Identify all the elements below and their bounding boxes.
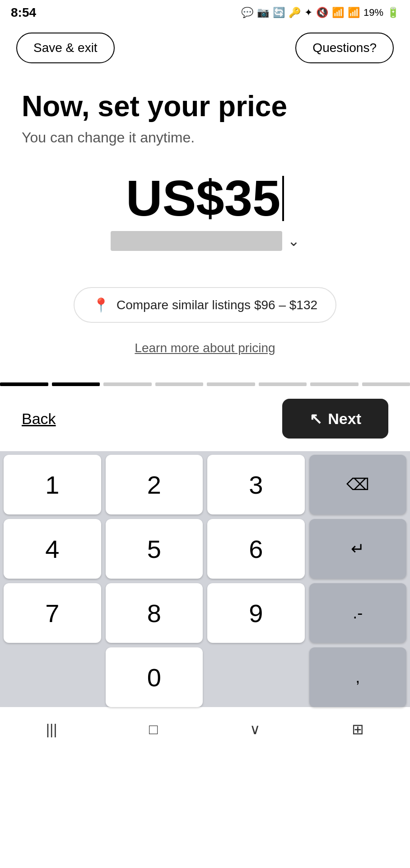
progress-segment-4 [207,382,255,386]
progress-bar [0,382,410,386]
key-4-1-0[interactable]: 4 [4,519,101,579]
text-cursor [282,176,284,221]
currency-selector[interactable]: ⌄ [111,231,300,251]
key-1-0-0[interactable]: 1 [4,455,101,514]
progress-segment-0 [0,382,48,386]
top-navigation: Save & exit Questions? [0,24,410,72]
progress-segment-6 [310,382,359,386]
key-icon: 🔑 [289,7,301,19]
status-bar: 8:54 💬 📷 🔄 🔑 ✦ 🔇 📶 📶 19% 🔋 [0,0,410,24]
progress-segment-2 [103,382,152,386]
system-nav-lines[interactable]: ||| [46,721,57,738]
main-content: Now, set your price You can change it an… [0,72,410,382]
progress-section [0,382,410,386]
video-icon: 📷 [257,7,269,19]
pin-icon: 📍 [93,297,109,313]
compare-listings-button[interactable]: 📍 Compare similar listings $96 – $132 [74,287,336,323]
page-subtitle: You can change it anytime. [22,129,388,146]
key-3-0-2[interactable]: 3 [207,455,305,514]
status-icons: 💬 📷 🔄 🔑 ✦ 🔇 📶 📶 19% 🔋 [241,7,399,19]
key-↵-1-3[interactable]: ↵ [309,519,407,579]
back-button[interactable]: Back [22,410,56,428]
keyboard-row-3: 0, [2,647,408,707]
signal-icon: 📶 [348,7,360,19]
key-5-1-1[interactable]: 5 [106,519,203,579]
bottom-nav-bar: Back ↖ Next [0,386,410,451]
system-nav-back[interactable]: ∨ [250,721,260,738]
key-0-3-1[interactable]: 0 [106,647,203,707]
questions-button[interactable]: Questions? [295,33,394,63]
battery-icon: 🔋 [387,7,399,19]
progress-segment-7 [362,382,410,386]
key-6-1-2[interactable]: 6 [207,519,305,579]
battery-percent: 19% [363,7,383,19]
learn-more-link[interactable]: Learn more about pricing [135,341,275,355]
key-.--2-3[interactable]: .- [309,583,407,643]
chevron-down-icon[interactable]: ⌄ [288,232,300,250]
save-exit-button[interactable]: Save & exit [16,33,115,63]
price-container: US$35 ⌄ [22,173,388,269]
key-empty-3-2 [207,647,305,707]
next-button[interactable]: ↖ Next [282,399,388,439]
progress-segment-3 [155,382,204,386]
keyboard-row-1: 456↵ [2,519,408,579]
price-display[interactable]: US$35 [126,173,284,224]
key-2-0-1[interactable]: 2 [106,455,203,514]
price-value: US$35 [126,173,280,224]
next-cursor-arrow: ↖ [309,410,322,427]
system-nav-home[interactable]: □ [149,721,158,738]
key-,-3-3[interactable]: , [309,647,407,707]
compare-label: Compare similar listings $96 – $132 [116,298,317,312]
key-8-2-1[interactable]: 8 [106,583,203,643]
key-9-2-2[interactable]: 9 [207,583,305,643]
numeric-keyboard: 123⌫456↵789.-0, [0,451,410,707]
keyboard-row-2: 789.- [2,583,408,643]
system-nav-bar: ||| □ ∨ ⊞ [0,712,410,750]
key-7-2-0[interactable]: 7 [4,583,101,643]
bluetooth-icon: ✦ [304,7,312,19]
mute-icon: 🔇 [316,7,328,19]
keyboard-row-0: 123⌫ [2,455,408,514]
messenger-icon: 💬 [241,7,253,19]
wifi-icon: 📶 [332,7,344,19]
key-empty-3-0 [4,647,101,707]
currency-bar [111,231,282,251]
refresh-icon: 🔄 [273,7,285,19]
key-⌫-0-3[interactable]: ⌫ [309,455,407,514]
progress-segment-1 [52,382,100,386]
progress-segment-5 [259,382,307,386]
system-nav-recents[interactable]: ⊞ [352,721,364,738]
learn-more-section: Learn more about pricing [22,341,388,355]
page-title: Now, set your price [22,90,388,122]
status-time: 8:54 [11,5,36,20]
